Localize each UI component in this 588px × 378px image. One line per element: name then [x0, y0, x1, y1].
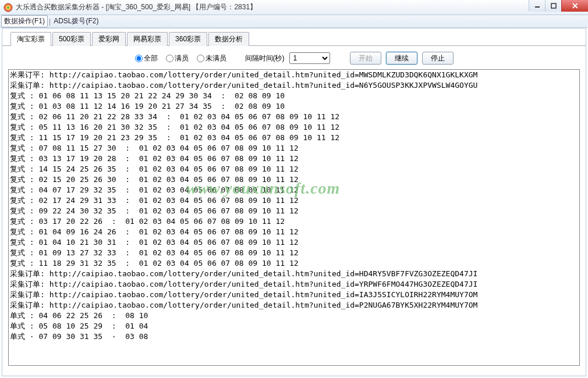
radio-all-label: 全部 [144, 54, 158, 63]
log-line: 复式 : 02 17 24 29 31 33 : 01 02 03 04 05 … [10, 195, 579, 206]
window-controls: ✕ [529, 0, 588, 12]
log-line: 采集订单: http://caipiao.taobao.com/lottery/… [10, 80, 579, 91]
interval-label: 间隔时间(秒) [245, 54, 285, 63]
log-line: 采集订单: http://caipiao.taobao.com/lottery/… [10, 279, 579, 290]
tab-0[interactable]: 淘宝彩票 [10, 32, 51, 46]
log-line: 单式 : 04 06 22 25 26 : 08 10 [10, 311, 579, 321]
radio-notfull-label: 未满员 [206, 54, 226, 63]
tab-strip: 淘宝彩票500彩票爱彩网网易彩票360彩票数据分析 [10, 32, 586, 46]
menu-adsl-dial[interactable]: ADSL拨号(F2) [52, 15, 100, 27]
filter-radio-group: 全部 满员 未满员 [135, 54, 226, 63]
log-container: 米果订平: http://caipiao.taobao.com/lottery/… [8, 69, 580, 366]
tab-5[interactable]: 数据分析 [208, 32, 249, 46]
toolbar: 全部 满员 未满员 间隔时间(秒) 1 开始 继续 停止 [2, 46, 586, 69]
log-line: 复式 : 11 15 17 19 20 21 23 29 35 : 01 02 … [10, 133, 579, 143]
maximize-button[interactable] [545, 0, 561, 12]
svg-rect-4 [551, 3, 556, 8]
tab-1[interactable]: 500彩票 [52, 32, 91, 46]
log-line: 复式 : 09 22 24 30 32 35 : 01 02 03 04 05 … [10, 206, 579, 216]
log-line: 复式 : 02 15 20 25 26 30 : 01 02 03 04 05 … [10, 174, 579, 185]
radio-full-label: 满员 [175, 54, 189, 63]
radio-full[interactable]: 满员 [166, 54, 189, 63]
tab-3[interactable]: 网易彩票 [127, 32, 168, 46]
app-icon [3, 3, 13, 12]
log-line: 采集订单: http://caipiao.taobao.com/lottery/… [10, 300, 579, 311]
start-button[interactable]: 开始 [350, 52, 381, 65]
log-line: 复式 : 03 17 20 22 26 : 01 02 03 04 05 06 … [10, 216, 579, 227]
log-line: 复式 : 01 03 08 11 12 14 16 19 20 21 27 34… [10, 101, 579, 112]
radio-all[interactable]: 全部 [135, 54, 158, 63]
log-line: 复式 : 01 04 10 21 30 31 : 01 02 03 04 05 … [10, 237, 579, 248]
log-line: 复式 : 02 06 11 20 21 22 28 33 34 : 01 02 … [10, 112, 579, 122]
log-line: 单式 : 05 08 10 25 29 : 01 04 [10, 321, 579, 331]
radio-notfull-input[interactable] [197, 55, 204, 62]
window-title: 大乐透合买数据采集分析器 - [淘宝_360_500_爱彩_网易] 【用户编号：… [16, 2, 257, 12]
svg-point-2 [7, 6, 9, 9]
stop-button[interactable]: 停止 [422, 52, 454, 65]
log-line: 复式 : 01 09 13 27 32 33 : 01 02 03 04 05 … [10, 248, 579, 258]
minimize-button[interactable] [529, 0, 545, 12]
log-line: 复式 : 01 06 08 11 13 15 20 21 22 24 29 30… [10, 91, 579, 101]
content-panel: 淘宝彩票500彩票爱彩网网易彩票360彩票数据分析 全部 满员 未满员 间隔时间… [2, 28, 586, 376]
log-line: 采集订单: http://caipiao.taobao.com/lottery/… [10, 269, 579, 279]
log-line: 复式 : 14 15 24 25 26 35 : 01 02 03 04 05 … [10, 164, 579, 174]
log-line: 复式 : 01 04 09 16 24 26 : 01 02 03 04 05 … [10, 227, 579, 237]
continue-button[interactable]: 继续 [386, 52, 417, 65]
tab-2[interactable]: 爱彩网 [92, 32, 126, 46]
menu-bar: 数据操作(F1) | ADSL拨号(F2) [0, 15, 588, 28]
menu-separator: | [49, 17, 51, 26]
log-line: 米果订平: http://caipiao.taobao.com/lottery/… [10, 70, 579, 80]
radio-notfull[interactable]: 未满员 [197, 54, 226, 63]
log-line: 复式 : 03 13 17 19 20 28 : 01 02 03 04 05 … [10, 154, 579, 164]
log-line: 单式 · 07 09 30 31 35 · 03 08 [10, 331, 579, 342]
radio-all-input[interactable] [135, 55, 143, 62]
interval-select[interactable]: 1 [289, 52, 330, 64]
title-bar: 大乐透合买数据采集分析器 - [淘宝_360_500_爱彩_网易] 【用户编号：… [0, 0, 588, 15]
log-output[interactable]: 米果订平: http://caipiao.taobao.com/lottery/… [9, 70, 579, 365]
log-line: 复式 : 11 18 29 31 32 35 : 01 02 03 04 05 … [10, 258, 579, 269]
log-line: 采集订单: http://caipiao.taobao.com/lottery/… [10, 290, 579, 300]
tab-4[interactable]: 360彩票 [169, 32, 207, 46]
radio-full-input[interactable] [166, 55, 173, 62]
log-line: 复式 : 07 08 11 15 27 30 : 01 02 03 04 05 … [10, 143, 579, 154]
menu-data-ops[interactable]: 数据操作(F1) [1, 15, 48, 27]
log-line: 复式 : 04 07 17 29 32 35 : 01 02 03 04 05 … [10, 185, 579, 195]
log-line: 复式 : 05 11 13 16 20 21 30 32 35 : 01 02 … [10, 122, 579, 133]
close-button[interactable]: ✕ [561, 0, 588, 12]
